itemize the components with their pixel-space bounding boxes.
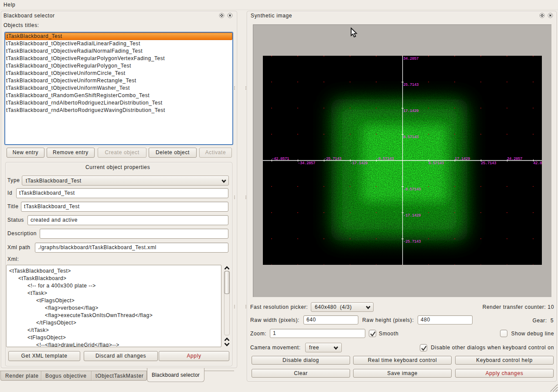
svg-text:-25.7143: -25.7143: [403, 240, 421, 244]
svg-text:25.7143: 25.7143: [403, 83, 418, 87]
svg-text:-42.8571: -42.8571: [272, 157, 289, 161]
svg-text:42.8571: 42.8571: [533, 161, 542, 166]
svg-text:-25.7143: -25.7143: [324, 157, 341, 161]
svg-text:-17.1429: -17.1429: [350, 161, 367, 166]
svg-text:8.57143: 8.57143: [429, 161, 444, 166]
svg-text:-8.57143: -8.57143: [403, 187, 421, 192]
svg-text:-34.2857: -34.2857: [298, 161, 315, 166]
svg-text:34.2857: 34.2857: [403, 57, 418, 61]
svg-text:17.1429: 17.1429: [403, 109, 418, 113]
svg-text:-17.1429: -17.1429: [403, 213, 421, 218]
svg-text:34.2857: 34.2857: [507, 157, 522, 161]
svg-text:-8.57143: -8.57143: [376, 157, 394, 161]
svg-text:17.1429: 17.1429: [455, 157, 470, 161]
svg-text:25.7143: 25.7143: [481, 161, 496, 166]
svg-text:8.57143: 8.57143: [403, 135, 418, 139]
